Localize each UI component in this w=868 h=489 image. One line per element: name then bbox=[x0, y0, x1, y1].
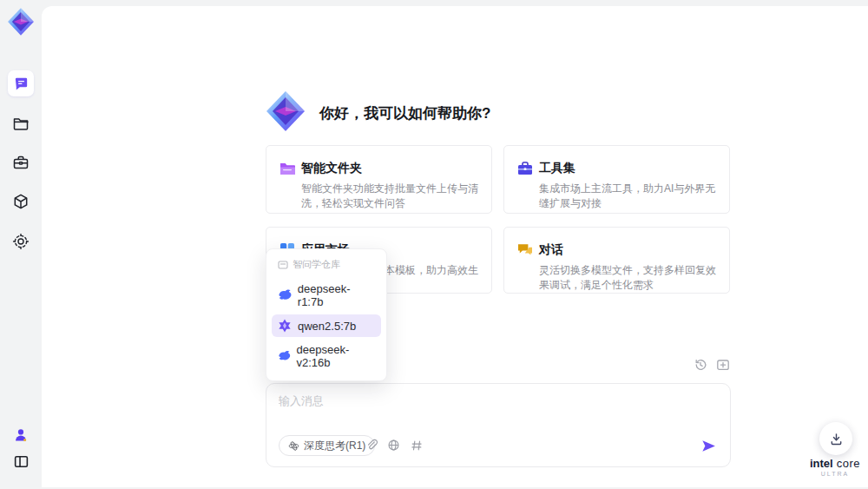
card-title: 对话 bbox=[539, 241, 717, 258]
globe-icon[interactable] bbox=[386, 438, 401, 453]
chat-icon bbox=[13, 76, 30, 92]
deepseek-icon bbox=[278, 349, 291, 363]
deepseek-icon bbox=[278, 288, 292, 302]
sidebar-item-chat[interactable] bbox=[8, 70, 34, 96]
toolset-icon bbox=[516, 160, 534, 177]
deep-think-toggle[interactable]: 深度思考(R1) bbox=[279, 435, 375, 456]
sidebar-item-files[interactable] bbox=[8, 110, 34, 136]
hash-icon[interactable] bbox=[409, 438, 424, 453]
core-logo-text: core bbox=[837, 457, 860, 470]
download-icon bbox=[829, 432, 844, 446]
model-repo-label: 智问学仓库 bbox=[293, 258, 340, 271]
app-logo-large bbox=[264, 89, 307, 133]
history-icon[interactable] bbox=[693, 357, 708, 373]
new-chat-icon[interactable] bbox=[715, 357, 731, 373]
user-icon bbox=[13, 427, 29, 443]
card-toolset[interactable]: 工具集 集成市场上主流工具，助力AI与外界无缝扩展与对接 bbox=[503, 145, 730, 214]
model-option-qwen[interactable]: qwen2.5:7b bbox=[272, 314, 381, 337]
settings-icon bbox=[12, 233, 30, 250]
card-description: 灵活切换多模型文件，支持多样回复效果调试，满足个性化需求 bbox=[539, 263, 717, 293]
composer-tools bbox=[364, 438, 424, 453]
download-fab[interactable] bbox=[819, 422, 852, 455]
message-composer: 深度思考(R1) bbox=[266, 383, 731, 467]
card-description: 智能文件夹功能支持批量文件上传与清洗，轻松实现文件问答 bbox=[301, 182, 479, 211]
sidebar-item-models[interactable] bbox=[8, 188, 34, 215]
greeting-title: 你好，我可以如何帮助你? bbox=[319, 103, 490, 123]
card-smart-folder[interactable]: 智能文件夹 智能文件夹功能支持批量文件上传与清洗，轻松实现文件问答 bbox=[266, 145, 492, 214]
app-logo bbox=[6, 7, 36, 36]
qwen-icon bbox=[278, 319, 292, 333]
toolbox-icon bbox=[12, 154, 30, 171]
ultra-logo-text: ULTRA bbox=[804, 471, 866, 477]
card-description: 集成市场上主流工具，助力AI与外界无缝扩展与对接 bbox=[539, 182, 717, 211]
dialog-icon bbox=[516, 241, 534, 259]
sidebar-item-collapse[interactable] bbox=[8, 448, 34, 474]
send-button[interactable] bbox=[699, 436, 718, 455]
deep-think-icon bbox=[288, 440, 299, 452]
sidebar-item-account[interactable] bbox=[8, 422, 34, 448]
paperclip-icon[interactable] bbox=[364, 438, 378, 453]
model-option-deepseek-v2[interactable]: deepseek-v2:16b bbox=[272, 339, 381, 373]
chat-row-actions bbox=[693, 357, 731, 373]
deep-think-label: 深度思考(R1) bbox=[304, 439, 365, 453]
panel-toggle-icon bbox=[13, 453, 30, 470]
model-option-label: deepseek-r1:7b bbox=[298, 282, 375, 308]
model-repo-header: 智问学仓库 bbox=[272, 256, 381, 276]
main-content: 你好，我可以如何帮助你? 智能文件夹 智能文件夹功能支持批量文件上传与清洗，轻松… bbox=[42, 6, 868, 487]
card-title: 智能文件夹 bbox=[301, 159, 479, 176]
cube-icon bbox=[12, 193, 30, 210]
model-option-label: deepseek-v2:16b bbox=[297, 343, 375, 369]
card-dialog[interactable]: 对话 灵活切换多模型文件，支持多样回复效果调试，满足个性化需求 bbox=[503, 227, 730, 294]
intel-core-badge: intel core ULTRA bbox=[804, 457, 866, 477]
folder-icon bbox=[12, 115, 30, 132]
card-title: 工具集 bbox=[539, 159, 717, 176]
model-option-label: qwen2.5:7b bbox=[298, 320, 356, 333]
model-dropdown: 智问学仓库 deepseek-r1:7b qwen2.5:7b deep bbox=[266, 248, 387, 381]
repo-icon bbox=[278, 260, 288, 270]
smart-folder-icon bbox=[279, 160, 296, 177]
send-icon bbox=[700, 438, 717, 454]
intel-logo-text: intel bbox=[810, 457, 833, 470]
sidebar-item-settings[interactable] bbox=[8, 228, 34, 254]
sidebar bbox=[0, 0, 42, 489]
sidebar-item-toolbox[interactable] bbox=[8, 149, 34, 175]
message-input[interactable] bbox=[279, 393, 713, 428]
app-window: 你好，我可以如何帮助你? 智能文件夹 智能文件夹功能支持批量文件上传与清洗，轻松… bbox=[0, 0, 868, 489]
model-option-deepseek-r1[interactable]: deepseek-r1:7b bbox=[272, 278, 381, 313]
